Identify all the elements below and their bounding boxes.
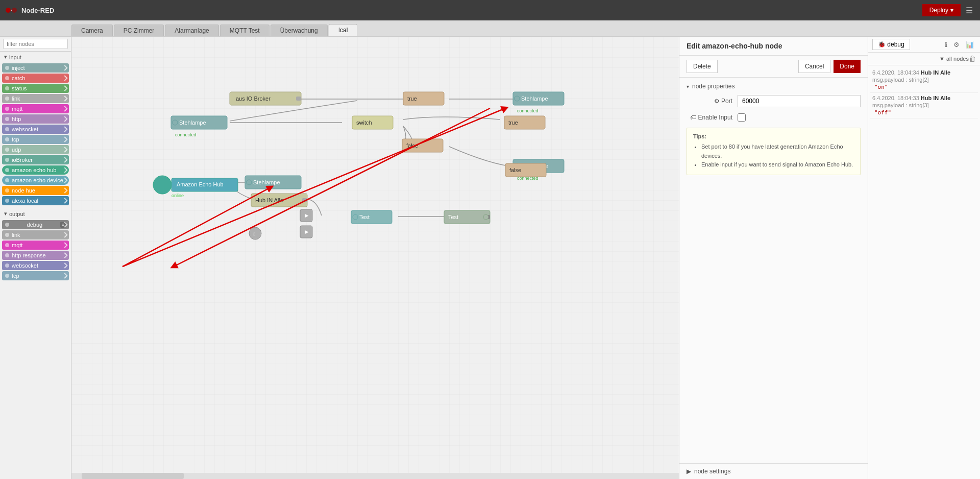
svg-text:true: true (508, 119, 518, 126)
svg-text:►: ► (304, 212, 310, 219)
all-nodes-filter[interactable]: ▼ all nodes (939, 56, 969, 62)
sidebar-scroll[interactable]: ▾ input inject catch status link mqtt ht… (0, 52, 71, 479)
filter-input[interactable] (3, 39, 68, 49)
edit-panel-header: Edit amazon-echo-hub node (679, 37, 868, 56)
debug-info-button[interactable]: ℹ (943, 40, 949, 50)
tab-ueberwachung[interactable]: Überwachung (271, 25, 328, 36)
debug-tab[interactable]: 🐞 debug (872, 39, 910, 50)
edit-panel-title: Edit amazon-echo-hub node (687, 42, 861, 50)
tabbar: Camera PC Zimmer Alarmanlage MQTT Test Ü… (0, 20, 980, 37)
enable-input-checkbox[interactable] (738, 113, 746, 122)
node-settings-header[interactable]: ▶ node settings (679, 464, 868, 479)
sidebar-item-inject[interactable]: inject (2, 63, 69, 73)
sidebar-item-http-response[interactable]: http response (2, 251, 69, 260)
chevron-down-icon: ▾ (4, 54, 7, 60)
svg-text:connected: connected (175, 132, 197, 137)
debug-icon-group: ℹ ⚙ 📊 (943, 40, 976, 50)
app-title: Node-RED (21, 7, 54, 14)
canvas-scrollbar[interactable] (71, 473, 679, 479)
svg-text:true: true (407, 95, 417, 102)
sidebar-item-udp[interactable]: udp (2, 145, 69, 154)
svg-text:Stehlampe: Stehlampe (521, 95, 548, 102)
debug-panel: 🐞 debug ℹ ⚙ 📊 ▼ all nodes 🗑 6.4.2020, 18… (868, 37, 980, 479)
sidebar-item-link[interactable]: link (2, 94, 69, 103)
svg-text:Test: Test (448, 214, 458, 220)
debug-chart-button[interactable]: 📊 (964, 40, 976, 50)
svg-text:connected: connected (517, 108, 538, 113)
svg-text:switch: switch (356, 119, 372, 126)
topbar: Node-RED Deploy ▾ ☰ (0, 0, 980, 20)
sidebar-item-link-out[interactable]: link (2, 230, 69, 240)
port-icon: ⚙ (714, 98, 720, 105)
svg-point-10 (514, 96, 520, 101)
sidebar-item-tcp-out[interactable]: tcp (2, 271, 69, 280)
flow-canvas: aus IO Broker true Stehlampe connected S… (71, 37, 679, 479)
sidebar-item-amazon-hub[interactable]: amazon echo hub (2, 165, 69, 175)
debug-panel-header: 🐞 debug ℹ ⚙ 📊 (868, 37, 980, 53)
chevron-down-icon-output: ▾ (4, 210, 7, 217)
tab-camera[interactable]: Camera (71, 25, 113, 36)
sidebar-output-section[interactable]: ▾ output (0, 208, 71, 219)
svg-point-46 (353, 214, 358, 220)
sidebar-item-tcp[interactable]: tcp (2, 135, 69, 144)
edit-panel: Edit amazon-echo-hub node Delete Cancel … (679, 37, 868, 479)
svg-text:Stehlampe: Stehlampe (179, 119, 206, 126)
canvas-area[interactable]: aus IO Broker true Stehlampe connected S… (71, 37, 679, 479)
sidebar-item-debug[interactable]: debug≡ (2, 220, 69, 229)
svg-text:Stehlampe: Stehlampe (253, 179, 280, 185)
tab-ical[interactable]: Ical (329, 24, 358, 36)
chevron-down-icon: ▾ (687, 84, 689, 89)
debug-entry-1: 6.4.2020, 18:04:34 Hub IN Alle msg.paylo… (870, 67, 978, 93)
tab-pc-zimmer[interactable]: PC Zimmer (114, 25, 164, 36)
tag-icon: 🏷 (690, 114, 696, 121)
cancel-button[interactable]: Cancel (798, 60, 830, 73)
sidebar-item-websocket[interactable]: websocket (2, 125, 69, 134)
sidebar-filter-area (0, 37, 71, 52)
filter-icon: ▼ (939, 56, 945, 62)
debug-entry-header-2: 6.4.2020, 18:04:33 Hub IN Alle (872, 95, 976, 101)
svg-point-1 (12, 8, 17, 13)
menu-button[interactable]: ☰ (964, 4, 975, 17)
sidebar-item-node-hue[interactable]: node hue (2, 186, 69, 195)
sidebar-item-status[interactable]: status (2, 84, 69, 93)
node-red-logo (5, 4, 17, 16)
sidebar-item-mqtt[interactable]: mqtt (2, 104, 69, 113)
svg-rect-3 (71, 37, 679, 479)
svg-point-29 (153, 176, 172, 194)
topbar-right: Deploy ▾ ☰ (922, 4, 975, 17)
debug-scroll[interactable]: 6.4.2020, 18:04:34 Hub IN Alle msg.paylo… (868, 65, 980, 479)
bug-icon: 🐞 (878, 41, 886, 48)
sidebar-item-mqtt-out[interactable]: mqtt (2, 241, 69, 250)
clear-debug-button[interactable]: 🗑 (969, 55, 976, 63)
tip-item-2: Enable input if you want to send signal … (701, 160, 854, 170)
sidebar-item-iobroker[interactable]: ioBroker (2, 155, 69, 164)
tips-box: Tips: Set port to 80 if you have latest … (687, 128, 861, 175)
sidebar-item-http[interactable]: http (2, 114, 69, 124)
deploy-button[interactable]: Deploy ▾ (922, 4, 961, 16)
port-input[interactable] (738, 95, 861, 107)
port-label: ⚙ Port (687, 98, 732, 105)
svg-point-34 (247, 180, 252, 185)
sidebar-input-section[interactable]: ▾ input (0, 52, 71, 62)
node-properties-section[interactable]: ▾ node properties (687, 83, 861, 90)
tab-alarmanlage[interactable]: Alarmanlage (165, 25, 218, 36)
svg-point-0 (6, 8, 11, 13)
port-row: ⚙ Port (687, 95, 861, 107)
debug-entry-2: 6.4.2020, 18:04:33 Hub IN Alle msg.paylo… (870, 93, 978, 118)
delete-button[interactable]: Delete (687, 60, 718, 73)
debug-settings-button[interactable]: ⚙ (951, 40, 962, 50)
sidebar: ▾ input inject catch status link mqtt ht… (0, 37, 71, 479)
node-settings-section: ▶ node settings (679, 463, 868, 479)
sidebar-item-amazon-device[interactable]: amazon echo device (2, 176, 69, 185)
tip-item-1: Set port to 80 if you have latest genera… (701, 142, 854, 160)
sidebar-item-websocket-out[interactable]: websocket (2, 261, 69, 270)
debug-entry-value-1: "on" (874, 84, 976, 90)
svg-text:Test: Test (359, 214, 370, 220)
sidebar-item-catch[interactable]: catch (2, 74, 69, 83)
edit-panel-body: ▾ node properties ⚙ Port 🏷 Enable Input (679, 78, 868, 459)
done-button[interactable]: Done (834, 60, 861, 73)
tab-mqtt-test[interactable]: MQTT Test (220, 25, 270, 36)
svg-text:Amazon Echo Hub: Amazon Echo Hub (177, 181, 224, 187)
enable-input-label: 🏷 Enable Input (687, 114, 732, 121)
sidebar-item-alexa[interactable]: alexa local (2, 196, 69, 205)
